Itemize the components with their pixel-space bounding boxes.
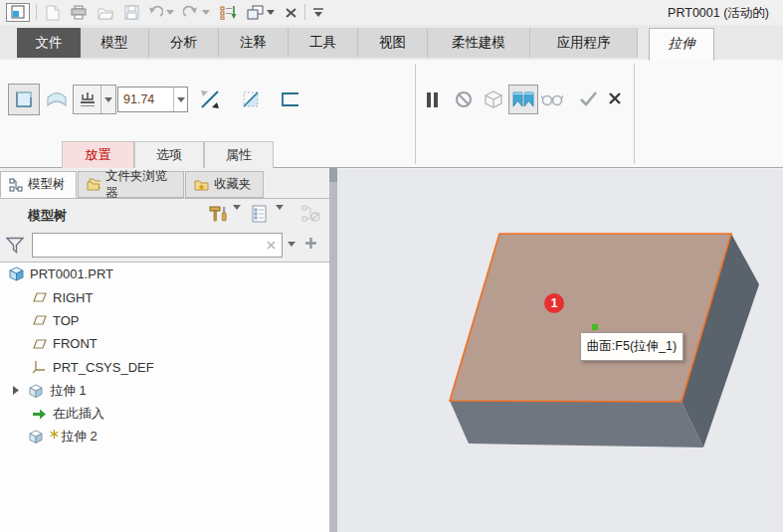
tab-folder-browser[interactable]: 文件夹浏览器 (78, 171, 184, 198)
depth-value-input[interactable] (118, 88, 173, 111)
tab-flexible-modeling[interactable]: 柔性建模 (428, 28, 530, 58)
tree-item-part[interactable]: PRT0001.PRT (0, 263, 329, 285)
selection-badge[interactable]: 1 (544, 293, 564, 313)
chevron-down-icon (166, 10, 174, 15)
undo-icon (147, 5, 163, 20)
tab-model-tree[interactable]: 模型树 (0, 171, 77, 198)
tree-tools-button[interactable] (209, 205, 229, 224)
no-preview-button[interactable] (454, 89, 474, 110)
model-tree-title: 模型树 (28, 207, 67, 225)
regenerate-button[interactable] (218, 3, 238, 22)
surface-button[interactable] (43, 86, 71, 113)
wireframe-preview-icon (482, 89, 505, 109)
depth-value-dropdown[interactable] (173, 88, 187, 111)
redo-button[interactable] (182, 3, 200, 22)
box-top-face-selected[interactable] (450, 234, 731, 402)
extrude-icon (28, 430, 44, 443)
tab-properties[interactable]: 属性 (204, 141, 274, 168)
open-folder-icon (98, 6, 113, 20)
glasses-preview-button[interactable] (540, 89, 564, 109)
app-window-icon (10, 5, 26, 20)
tree-item-insert-here[interactable]: 在此插入 (0, 402, 329, 425)
tab-label: 模型树 (28, 176, 66, 193)
tree-settings-dropdown[interactable] (276, 205, 284, 210)
app-window-icon[interactable] (6, 3, 30, 22)
model-tree: PRT0001.PRT RIGHT TOP FRONT PRT_CSYS_DEF (0, 262, 329, 532)
wireframe-preview-button[interactable] (481, 88, 506, 111)
tree-search-input[interactable] (33, 239, 261, 253)
tab-extrude[interactable]: 拉伸 (649, 28, 714, 61)
tab-placement[interactable]: 放置 (62, 141, 134, 168)
expand-arrow-icon[interactable] (13, 386, 19, 395)
tree-item-csys[interactable]: PRT_CSYS_DEF (0, 356, 329, 379)
tree-item-right-plane[interactable]: RIGHT (0, 285, 329, 308)
depth-blind-icon (74, 86, 100, 113)
tree-item-extrude-1[interactable]: 拉伸 1 (0, 379, 329, 402)
group-divider (634, 64, 635, 164)
tab-options[interactable]: 选项 (134, 141, 204, 168)
depth-option-button[interactable] (73, 85, 116, 114)
depth-option-dropdown[interactable] (100, 86, 115, 113)
thicken-sketch-button[interactable] (278, 86, 303, 113)
tree-item-extrude-2[interactable]: 拉伸 2 (0, 426, 329, 448)
add-filter-button[interactable] (304, 237, 317, 250)
tree-search-box (32, 233, 283, 258)
attached-preview-button[interactable] (508, 85, 538, 114)
redo-icon (183, 5, 199, 20)
ribbon-tab-bar: 文件 模型 分析 注释 工具 视图 柔性建模 应用程序 拉伸 (0, 25, 783, 60)
cancel-button[interactable] (606, 89, 624, 107)
drag-handle-dot[interactable] (592, 324, 598, 330)
chevron-down-icon (233, 205, 241, 210)
new-file-button[interactable] (44, 3, 62, 22)
tab-view[interactable]: 视图 (358, 28, 428, 58)
tab-model[interactable]: 模型 (81, 28, 149, 58)
add-plus-icon (304, 237, 317, 250)
undo-dropdown[interactable] (165, 3, 175, 22)
folder-browser-icon (87, 178, 100, 191)
tab-applications[interactable]: 应用程序 (530, 28, 638, 58)
group-divider (415, 64, 416, 164)
tab-tools[interactable]: 工具 (289, 28, 358, 58)
search-dropdown[interactable] (288, 242, 295, 247)
new-file-icon (46, 5, 60, 21)
navigator-panel: 模型树 文件夹浏览器 收藏夹 模型树 (0, 168, 329, 532)
tab-favorites[interactable]: 收藏夹 (185, 171, 264, 198)
tab-label: 收藏夹 (214, 176, 252, 193)
windows-button[interactable] (245, 3, 265, 22)
tree-settings-button[interactable] (252, 205, 268, 224)
new-feature-marker-icon (50, 427, 59, 442)
windows-dropdown[interactable] (266, 3, 276, 22)
solid-icon (14, 89, 34, 109)
print-button[interactable] (70, 3, 88, 22)
tab-file[interactable]: 文件 (17, 28, 81, 58)
toolbar-options-icon (312, 7, 324, 18)
tree-item-front-plane[interactable]: FRONT (0, 332, 329, 355)
flip-direction-button[interactable] (195, 85, 225, 114)
undo-button[interactable] (146, 3, 164, 22)
tree-tools-dropdown[interactable] (233, 205, 241, 210)
clear-x-icon (267, 241, 276, 250)
solid-button[interactable] (8, 84, 40, 115)
close-window-button[interactable] (282, 3, 299, 22)
pause-button[interactable] (424, 88, 440, 111)
splitter-grip[interactable] (329, 168, 337, 182)
tree-filter-toggle[interactable] (301, 205, 323, 224)
filter-funnel[interactable] (6, 237, 24, 254)
graphics-area[interactable]: 1 曲面:F5(拉伸_1) (337, 169, 783, 532)
redo-dropdown[interactable] (201, 3, 211, 22)
tab-analysis[interactable]: 分析 (149, 28, 219, 58)
save-button[interactable] (122, 3, 140, 22)
divider (304, 4, 305, 20)
remove-material-button[interactable] (238, 86, 264, 113)
open-button[interactable] (97, 3, 114, 22)
tree-item-top-plane[interactable]: TOP (0, 309, 329, 332)
box-front-face[interactable] (450, 401, 703, 447)
panel-splitter[interactable] (329, 168, 337, 532)
toolbar-options-button[interactable] (310, 3, 326, 22)
windows-icon (247, 5, 264, 20)
clear-search-button[interactable] (261, 238, 282, 253)
tree-filter-row (0, 229, 329, 262)
thicken-sketch-icon (281, 91, 300, 107)
ok-button[interactable] (577, 88, 599, 109)
tab-annotate[interactable]: 注释 (219, 28, 289, 58)
